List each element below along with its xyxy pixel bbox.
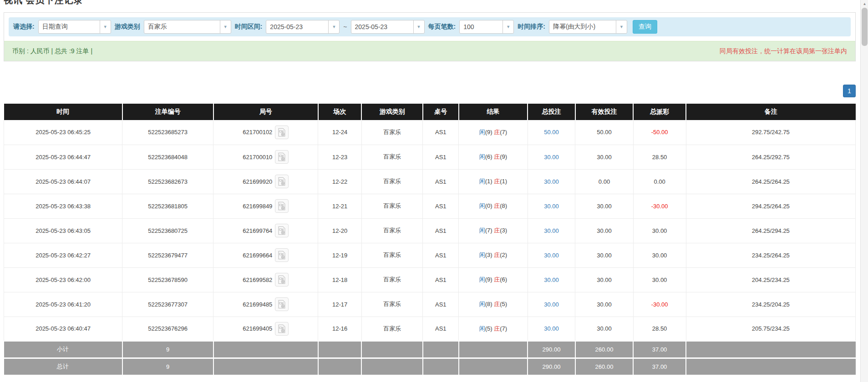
video-record-icon[interactable] [275, 273, 289, 286]
query-panel: 请选择: 日期查询 ▼ 游戏类别 百家乐 ▼ 时间区间: 2025-05-23 … [4, 12, 856, 61]
total-bet-link[interactable]: 30.00 [544, 301, 559, 308]
table-row: 2025-05-23 06:40:47 522523676296 6216994… [4, 317, 856, 341]
total-valid-bet: 260.00 [575, 358, 633, 375]
vertical-scrollbar[interactable]: ▲ [860, 0, 868, 382]
cell-total-bet: 30.00 [528, 194, 575, 218]
cell-table-no: AS1 [423, 145, 459, 169]
bet-records-table: 时间注单编号局号场次游戏类别桌号结果总投注有效投注总派彩备注 2025-05-2… [4, 104, 856, 375]
sort-select[interactable]: 降幂(由大到小) ▼ [549, 20, 627, 34]
total-total-bet: 290.00 [528, 358, 575, 375]
result-banker-label: 庄 [494, 129, 500, 136]
round-id-text: 621699485 [243, 301, 272, 308]
total-count: 9 [122, 358, 213, 375]
query-type-value: 日期查询 [39, 23, 100, 31]
sort-label: 时间排序: [518, 23, 545, 31]
chevron-down-icon[interactable]: ▼ [616, 20, 627, 33]
total-bet-link[interactable]: 30.00 [544, 325, 559, 332]
video-record-icon[interactable] [275, 297, 289, 311]
cell-result: 闲(0) 庄(8) [459, 194, 528, 218]
chevron-down-icon[interactable]: ▼ [503, 20, 513, 33]
cell-valid-bet: 50.00 [575, 120, 633, 145]
cell-total-bet: 30.00 [528, 317, 575, 341]
cell-session: 12-23 [318, 145, 361, 169]
cell-game-type: 百家乐 [361, 292, 423, 317]
total-bet-link[interactable]: 50.00 [544, 129, 559, 136]
round-id-text: 621700102 [243, 129, 272, 136]
video-record-icon[interactable] [275, 224, 289, 237]
summary-bar: 币别 : 人民币 | 总共 :9 注单 | 同局有效投注，统一计算在该局第一张注… [4, 41, 855, 61]
result-banker-label: 庄 [494, 325, 500, 332]
total-bet-link[interactable]: 30.00 [544, 276, 559, 283]
query-button[interactable]: 查询 [633, 20, 657, 34]
total-bet-link[interactable]: 30.00 [544, 227, 559, 234]
cell-game-type: 百家乐 [361, 194, 423, 218]
result-player-label: 闲 [479, 153, 485, 160]
chevron-down-icon[interactable]: ▼ [328, 20, 339, 33]
result-banker-label: 庄 [494, 178, 500, 185]
video-record-icon[interactable] [275, 248, 289, 262]
cell-result: 闲(8) 庄(5) [459, 292, 528, 317]
cell-remark: 292.75/242.75 [686, 120, 855, 145]
result-player-score: (7) [485, 227, 492, 234]
total-bet-link[interactable]: 30.00 [544, 178, 559, 185]
date-to-select[interactable]: 2025-05-23 ▼ [351, 20, 425, 34]
chevron-down-icon[interactable]: ▼ [100, 20, 111, 33]
total-bet-link[interactable]: 30.00 [544, 252, 559, 259]
cell-valid-bet: 30.00 [575, 243, 633, 267]
total-bet-link[interactable]: 30.00 [544, 203, 559, 210]
query-type-select[interactable]: 日期查询 ▼ [38, 20, 111, 34]
cell-total-bet: 30.00 [528, 243, 575, 267]
page-title-clipped: 视讯 会员下注记录 [4, 0, 868, 5]
game-type-select[interactable]: 百家乐 ▼ [144, 20, 231, 34]
result-player-score: (0) [485, 202, 492, 209]
result-banker-label: 庄 [494, 301, 500, 307]
result-banker-label: 庄 [494, 251, 500, 258]
result-player-score: (8) [485, 301, 492, 307]
scroll-up-arrow-icon[interactable]: ▲ [861, 0, 868, 7]
result-banker-label: 庄 [494, 153, 500, 160]
chevron-down-icon[interactable]: ▼ [413, 20, 424, 33]
valid-bet-notice: 同局有效投注，统一计算在该局第一张注单内 [720, 47, 847, 55]
video-record-icon[interactable] [275, 199, 289, 213]
subtotal-payout: 37.00 [633, 341, 686, 358]
video-record-icon[interactable] [275, 175, 289, 188]
per-page-select[interactable]: 100 ▼ [459, 20, 514, 34]
subtotal-valid-bet: 260.00 [575, 341, 633, 358]
cell-table-no: AS1 [423, 292, 459, 317]
total-bet-link[interactable]: 30.00 [544, 154, 559, 161]
column-header: 时间 [4, 104, 122, 120]
cell-session: 12-19 [318, 243, 361, 267]
table-row: 2025-05-23 06:42:00 522523678590 6216995… [4, 267, 856, 292]
cell-total-bet: 30.00 [528, 267, 575, 292]
cell-round-id: 621699920 [213, 169, 318, 194]
column-header: 桌号 [423, 104, 459, 120]
chevron-down-icon[interactable]: ▼ [220, 20, 231, 33]
cell-table-no: AS1 [423, 218, 459, 243]
currency-total-text: 币别 : 人民币 | 总共 :9 注单 | [12, 47, 92, 55]
time-range-label: 时间区间: [235, 23, 263, 31]
cell-remark: 294.25/264.25 [686, 194, 855, 218]
subtotal-label: 小计 [4, 341, 122, 358]
cell-game-type: 百家乐 [361, 120, 423, 145]
column-header: 局号 [213, 104, 318, 120]
cell-result: 闲(9) 庄(7) [459, 120, 528, 145]
cell-session: 12-17 [318, 292, 361, 317]
table-row: 2025-05-23 06:43:05 522523680725 6216997… [4, 218, 856, 243]
cell-time: 2025-05-23 06:42:27 [4, 243, 122, 267]
date-from-select[interactable]: 2025-05-23 ▼ [266, 20, 340, 34]
cell-order-id: 522523678590 [122, 267, 213, 292]
cell-game-type: 百家乐 [361, 145, 423, 169]
filter-bar: 请选择: 日期查询 ▼ 游戏类别 百家乐 ▼ 时间区间: 2025-05-23 … [9, 17, 851, 36]
cell-remark: 264.25/294.25 [686, 218, 855, 243]
cell-payout: 28.50 [633, 145, 686, 169]
page-button-1[interactable]: 1 [843, 85, 856, 97]
result-player-score: (5) [485, 325, 492, 332]
video-record-icon[interactable] [275, 126, 289, 139]
cell-order-id: 522523676296 [122, 317, 213, 341]
scrollbar-thumb[interactable] [862, 8, 868, 46]
cell-game-type: 百家乐 [361, 267, 423, 292]
video-record-icon[interactable] [275, 322, 289, 336]
video-record-icon[interactable] [275, 150, 289, 164]
cell-session: 12-21 [318, 194, 361, 218]
table-row: 2025-05-23 06:43:38 522523681805 6216998… [4, 194, 856, 218]
